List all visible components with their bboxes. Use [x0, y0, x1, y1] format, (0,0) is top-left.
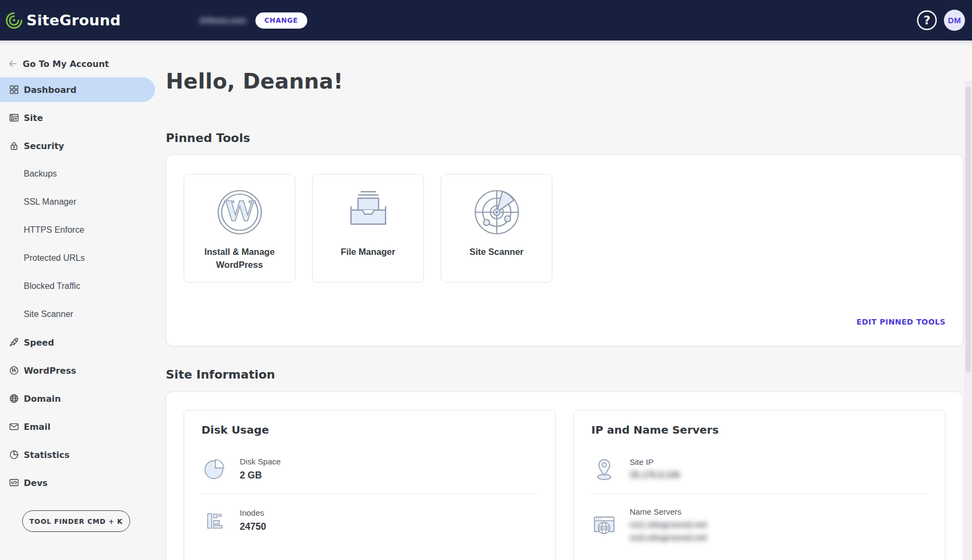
- tool-card-file-manager[interactable]: File Manager: [312, 174, 424, 282]
- svg-text:W: W: [11, 368, 17, 373]
- site-information-heading: Site Information: [166, 368, 963, 381]
- info-row-name-servers: Name Serversns1.siteground.netns2.sitegr…: [574, 507, 945, 543]
- sidebar-item-domain[interactable]: Domain: [0, 384, 155, 413]
- sidebar-item-site-scanner[interactable]: Site Scanner: [0, 300, 155, 328]
- tool-card-install-manage-wordpress[interactable]: W Install & Manage WordPress: [184, 174, 295, 282]
- info-texts: Disk Space2 GB: [240, 457, 281, 481]
- pinned-tools-heading: Pinned Tools: [166, 131, 963, 145]
- padlock-icon: [9, 140, 19, 151]
- sidebar-nav: DashboardSiteSecurityBackupsSSL ManagerH…: [0, 77, 155, 497]
- siteground-logo-icon: [5, 11, 23, 30]
- info-row-disk-space: Disk Space2 GB: [184, 456, 555, 482]
- grid-icon: [9, 84, 19, 95]
- sidebar-item-backups[interactable]: Backups: [0, 160, 155, 188]
- domain-area: drfiona.com CHANGE: [200, 12, 307, 29]
- site-information-cards: Disk Usage Disk Space2 GB Inodes24750IP …: [184, 410, 946, 560]
- info-label: Name Servers: [630, 507, 707, 516]
- greeting-heading: Hello, Deanna!: [166, 69, 963, 93]
- info-value: 24750: [240, 521, 266, 532]
- topbar-right: ? DM: [916, 10, 965, 31]
- sidebar-item-label: Backups: [24, 169, 57, 179]
- sidebar-item-email[interactable]: Email: [0, 413, 155, 441]
- tool-finder-button[interactable]: TOOL FINDER CMD + K: [22, 510, 130, 532]
- info-texts: Name Serversns1.siteground.netns2.sitegr…: [630, 507, 707, 543]
- rocket-icon: [9, 337, 19, 348]
- sidebar-item-label: Blocked Traffic: [24, 281, 80, 291]
- sidebar-item-label: Statistics: [24, 450, 70, 460]
- scrollbar-thumb[interactable]: [966, 86, 971, 373]
- sidebar-item-site[interactable]: Site: [0, 104, 155, 132]
- info-card-title: IP and Name Servers: [574, 410, 945, 436]
- sidebar-item-label: Devs: [24, 478, 48, 488]
- sidebar-item-label: Site Scanner: [24, 309, 73, 319]
- info-value-blurred: ns1.siteground.net: [630, 520, 707, 530]
- sidebar-item-https-enforce[interactable]: HTTPS Enforce: [0, 216, 155, 244]
- question-mark-icon[interactable]: ?: [916, 10, 937, 31]
- tool-card-label: Site Scanner: [460, 246, 534, 259]
- app-root: SiteGround drfiona.com CHANGE ? DM: [0, 0, 972, 560]
- current-domain-blurred: drfiona.com: [200, 16, 246, 25]
- arrow-left-icon: [8, 59, 18, 69]
- page-scrollbar[interactable]: [964, 81, 972, 560]
- sidebar-item-label: HTTPS Enforce: [24, 225, 84, 235]
- sidebar-item-security[interactable]: Security: [0, 132, 155, 160]
- wordpress-icon: W: [9, 365, 19, 376]
- disk-pie-icon: [201, 456, 227, 482]
- tool-card-site-scanner[interactable]: Site Scanner: [441, 174, 552, 282]
- svg-text:W: W: [224, 195, 255, 227]
- code-icon: [9, 477, 19, 488]
- sidebar-item-wordpress[interactable]: WWordPress: [0, 356, 155, 384]
- back-to-account-label: Go To My Account: [23, 59, 109, 69]
- info-texts: Inodes24750: [240, 508, 266, 532]
- brand: SiteGround: [5, 11, 121, 30]
- change-domain-button[interactable]: CHANGE: [255, 12, 307, 29]
- sidebar-item-label: Domain: [24, 394, 61, 404]
- back-to-account-link[interactable]: Go To My Account: [0, 57, 155, 70]
- site-scanner-icon: [470, 185, 524, 239]
- info-label: Site IP: [630, 457, 680, 467]
- sidebar-item-label: SSL Manager: [24, 197, 76, 207]
- page-body: Go To My Account DashboardSiteSecurityBa…: [0, 41, 972, 560]
- info-row-inodes: Inodes24750: [184, 507, 555, 533]
- pinned-tools-list: W Install & Manage WordPress File Manage…: [184, 174, 946, 282]
- sidebar-item-ssl-manager[interactable]: SSL Manager: [0, 188, 155, 216]
- brand-name[interactable]: SiteGround: [26, 12, 121, 29]
- sidebar-item-dashboard[interactable]: Dashboard: [0, 77, 155, 102]
- edit-pinned-tools-link[interactable]: EDIT PINNED TOOLS: [856, 318, 946, 326]
- globe-browser-icon: [591, 512, 617, 538]
- main-content: Hello, Deanna! Pinned Tools W Install & …: [155, 41, 972, 560]
- avatar[interactable]: DM: [944, 10, 965, 31]
- site-information-card: Disk Usage Disk Space2 GB Inodes24750IP …: [166, 392, 963, 560]
- globe-icon: [9, 393, 19, 404]
- sidebar-item-label: Site: [24, 113, 43, 123]
- info-label: Disk Space: [240, 457, 281, 466]
- info-value-blurred: ns2.siteground.net: [630, 533, 707, 543]
- sidebar-item-label: Security: [24, 141, 64, 151]
- sidebar-item-blocked-traffic[interactable]: Blocked Traffic: [0, 272, 155, 300]
- topbar: SiteGround drfiona.com CHANGE ? DM: [0, 0, 972, 41]
- sidebar-item-devs[interactable]: Devs: [0, 469, 155, 497]
- divider: [591, 494, 928, 494]
- info-card-ip-and-name-servers: IP and Name Servers Site IP35.176.9.106 …: [573, 410, 946, 560]
- sidebar-item-label: Dashboard: [24, 85, 77, 95]
- location-pin-icon: [591, 456, 617, 482]
- sidebar-item-label: Speed: [24, 338, 54, 348]
- info-texts: Site IP35.176.9.106: [630, 457, 680, 480]
- sidebar-item-speed[interactable]: Speed: [0, 328, 155, 356]
- sidebar-item-label: WordPress: [24, 366, 76, 376]
- browser-window-icon: [9, 112, 19, 123]
- svg-text:?: ?: [923, 14, 930, 27]
- sidebar-item-label: Email: [24, 422, 50, 432]
- info-card-disk-usage: Disk Usage Disk Space2 GB Inodes24750: [184, 410, 556, 560]
- pie-chart-icon: [9, 449, 19, 460]
- sidebar-item-protected-urls[interactable]: Protected URLs: [0, 244, 155, 272]
- sidebar-item-statistics[interactable]: Statistics: [0, 441, 155, 469]
- envelope-icon: [9, 421, 19, 432]
- divider: [201, 494, 538, 494]
- edit-row: EDIT PINNED TOOLS: [184, 317, 946, 327]
- info-value-blurred: 35.176.9.106: [630, 470, 680, 480]
- file-manager-icon: [341, 185, 395, 239]
- tool-card-label: File Manager: [331, 246, 405, 259]
- sidebar-item-label: Protected URLs: [24, 253, 85, 263]
- sidebar: Go To My Account DashboardSiteSecurityBa…: [0, 41, 155, 560]
